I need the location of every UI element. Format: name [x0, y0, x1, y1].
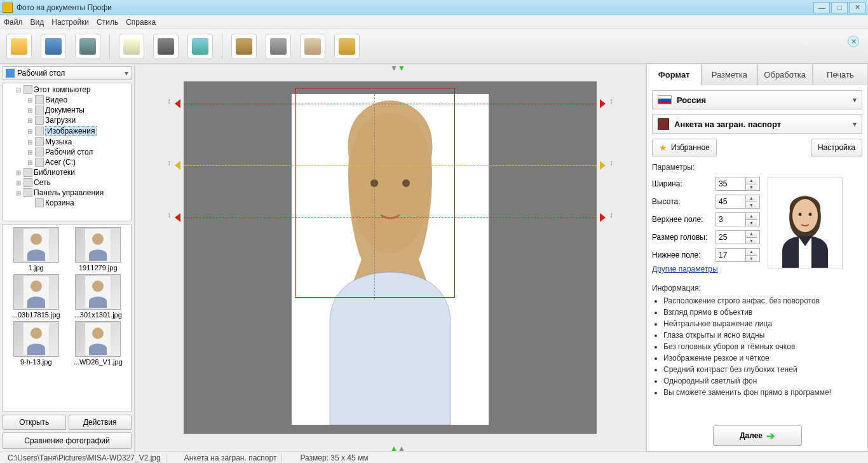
- print-button[interactable]: [75, 34, 100, 59]
- menu-help[interactable]: Справка: [126, 18, 156, 27]
- close-button[interactable]: ✕: [849, 2, 865, 13]
- guide-handle[interactable]: [600, 213, 606, 222]
- expand-icon[interactable]: ⊞: [26, 107, 34, 114]
- tree-item[interactable]: ⊞ Сеть: [3, 177, 131, 188]
- menu-settings[interactable]: Настройки: [51, 18, 89, 27]
- cart-button[interactable]: [334, 34, 360, 59]
- spin-up-icon[interactable]: ▲: [746, 249, 757, 256]
- tab-markup[interactable]: Разметка: [702, 64, 757, 85]
- country-dropdown[interactable]: Россия ▾: [652, 90, 862, 109]
- tree-item[interactable]: ⊞ Загрузки: [3, 115, 131, 125]
- spin-up-icon[interactable]: ▲: [746, 195, 757, 202]
- favorite-button[interactable]: ★Избранное: [652, 139, 717, 156]
- photo-canvas[interactable]: ↕ ↕ ↕ ↕ ↕ ↕: [184, 81, 597, 434]
- spin-down-icon[interactable]: ▼: [746, 184, 757, 191]
- thumbnail[interactable]: ...WD26_V1.jpg: [68, 321, 129, 366]
- expand-icon[interactable]: ⊞: [26, 128, 34, 135]
- menu-view[interactable]: Вид: [31, 18, 44, 27]
- tab-processing[interactable]: Обработка: [757, 64, 813, 85]
- close-hint-button[interactable]: ✕: [848, 36, 859, 47]
- guide-handle[interactable]: [175, 213, 180, 222]
- guide-handle[interactable]: [600, 161, 606, 170]
- doctype-dropdown[interactable]: Анкета на загран. паспорт ▾: [652, 114, 862, 134]
- param-bottom-label: Нижнее поле:: [652, 251, 712, 259]
- expand-icon[interactable]: ⊞: [15, 179, 22, 186]
- open-folder-button[interactable]: [6, 34, 32, 59]
- folder-tree[interactable]: ⊟ Этот компьютер⊞ Видео⊞ Документы⊞ Загр…: [3, 83, 132, 221]
- guide-handle[interactable]: [600, 99, 606, 108]
- web-button[interactable]: [187, 34, 213, 59]
- tree-item[interactable]: ⊞ Музыка: [3, 137, 131, 147]
- tree-item[interactable]: ⊞ Панель управления: [3, 188, 131, 198]
- thumbnail[interactable]: 1.jpg: [6, 227, 67, 272]
- expand-icon[interactable]: ⊞: [15, 190, 22, 197]
- tree-item[interactable]: ⊞ Рабочий стол: [3, 147, 131, 157]
- spin-up-icon[interactable]: ▲: [746, 177, 757, 184]
- menu-style[interactable]: Стиль: [97, 18, 118, 27]
- open-button[interactable]: Открыть: [3, 415, 66, 430]
- expand-icon[interactable]: ⊞: [26, 139, 34, 146]
- head-field[interactable]: [716, 231, 745, 244]
- expand-icon[interactable]: ⊞: [26, 159, 34, 166]
- tree-item[interactable]: ⊞ Изображения: [3, 125, 131, 137]
- info-item: Средний контраст без глубоких теней: [663, 364, 862, 375]
- thumbnail[interactable]: 9-h-13.jpg: [6, 321, 67, 366]
- expand-icon[interactable]: ⊞: [26, 149, 34, 156]
- folder-icon: [35, 137, 44, 146]
- spin-down-icon[interactable]: ▼: [746, 202, 757, 209]
- bottom-field[interactable]: [716, 249, 745, 261]
- top-handle[interactable]: ▼▼: [390, 62, 405, 73]
- thumbnail-list[interactable]: 1.jpg1911279.jpg...03b17815.jpg...301x13…: [3, 224, 132, 412]
- maximize-button[interactable]: □: [831, 2, 848, 13]
- minimize-button[interactable]: —: [813, 2, 830, 13]
- eye-guide[interactable]: [184, 165, 597, 166]
- top-field[interactable]: [716, 213, 745, 226]
- tree-item[interactable]: ⊞ Библиотеки: [3, 167, 131, 177]
- top-guide[interactable]: [184, 104, 597, 104]
- expand-icon[interactable]: ⊞: [26, 117, 34, 124]
- expand-icon[interactable]: ⊟: [15, 86, 22, 93]
- tree-item[interactable]: ⊞ Acer (C:): [3, 157, 131, 167]
- param-bottom-input[interactable]: ▲▼: [715, 248, 760, 262]
- tree-item[interactable]: ⊟ Этот компьютер: [3, 85, 131, 95]
- spin-down-icon[interactable]: ▼: [746, 238, 757, 244]
- actions-button[interactable]: Действия: [69, 415, 132, 430]
- param-width-input[interactable]: ▲▼: [715, 177, 760, 191]
- tab-format[interactable]: Формат: [646, 64, 702, 85]
- tree-item[interactable]: Корзина: [3, 198, 131, 208]
- help-button[interactable]: [231, 34, 257, 59]
- bottom-handle[interactable]: ▲▲: [390, 443, 405, 453]
- search-person-button[interactable]: [119, 34, 144, 59]
- expand-icon[interactable]: ⊞: [26, 97, 34, 104]
- spin-down-icon[interactable]: ▼: [746, 256, 757, 262]
- home-button[interactable]: [300, 34, 325, 59]
- thumbnail[interactable]: ...03b17815.jpg: [6, 274, 67, 319]
- settings-button[interactable]: Настройка: [811, 139, 862, 156]
- location-bar[interactable]: Рабочий стол ▾: [3, 66, 132, 80]
- guide-handle[interactable]: [175, 161, 180, 170]
- param-height-input[interactable]: ▲▼: [715, 195, 760, 209]
- tab-print[interactable]: Печать: [813, 64, 868, 85]
- tree-item[interactable]: ⊞ Документы: [3, 105, 131, 115]
- camera-button[interactable]: [153, 34, 179, 59]
- more-params-link[interactable]: Другие параметры: [652, 265, 718, 273]
- thumb-image: [75, 227, 121, 263]
- param-top-input[interactable]: ▲▼: [715, 212, 760, 226]
- gear-button[interactable]: [266, 34, 291, 59]
- spin-down-icon[interactable]: ▼: [746, 220, 757, 226]
- tree-item[interactable]: ⊞ Видео: [3, 95, 131, 105]
- height-field[interactable]: [716, 195, 745, 208]
- spin-up-icon[interactable]: ▲: [746, 213, 757, 220]
- thumbnail[interactable]: 1911279.jpg: [68, 227, 129, 272]
- save-button[interactable]: [41, 34, 66, 59]
- param-head-input[interactable]: ▲▼: [715, 230, 760, 244]
- next-button[interactable]: Далее ➔: [713, 425, 802, 446]
- width-field[interactable]: [716, 177, 745, 190]
- chin-guide[interactable]: [184, 218, 597, 218]
- menu-file[interactable]: Файл: [4, 18, 23, 27]
- compare-button[interactable]: Сравнение фотографий: [3, 432, 132, 449]
- spin-up-icon[interactable]: ▲: [746, 231, 757, 238]
- guide-handle[interactable]: [175, 99, 180, 108]
- thumbnail[interactable]: ...301x1301.jpg: [68, 274, 129, 319]
- expand-icon[interactable]: ⊞: [15, 169, 22, 176]
